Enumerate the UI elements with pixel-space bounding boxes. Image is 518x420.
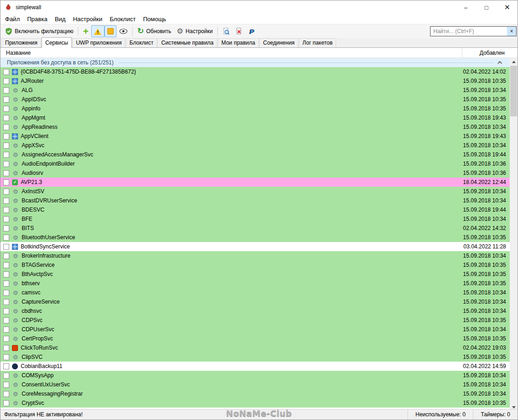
- menu-item[interactable]: Блоклист: [106, 15, 139, 23]
- show-icons-button[interactable]: [105, 25, 116, 37]
- table-row[interactable]: AudioEndpointBuilder15.09.2018 10:36: [0, 159, 511, 168]
- clear-log-button[interactable]: [233, 25, 245, 37]
- table-row[interactable]: Appinfo15.09.2018 10:35: [0, 104, 511, 113]
- row-checkbox[interactable]: [3, 336, 9, 342]
- table-row[interactable]: BcastDVRUserService15.09.2018 10:34: [0, 196, 511, 205]
- table-row[interactable]: AJRouter15.09.2018 10:35: [0, 76, 511, 86]
- row-checkbox[interactable]: [3, 262, 9, 268]
- row-checkbox[interactable]: [3, 244, 9, 250]
- tab[interactable]: UWP приложения: [72, 38, 125, 47]
- table-row[interactable]: CaptureService15.09.2018 10:34: [0, 297, 511, 306]
- tab[interactable]: Приложения: [1, 38, 41, 47]
- table-row[interactable]: CDPSvc15.09.2018 10:35: [0, 316, 511, 325]
- column-header-name[interactable]: Название: [0, 48, 462, 58]
- scroll-up-icon[interactable]: [510, 58, 518, 66]
- row-checkbox[interactable]: [3, 354, 9, 360]
- row-checkbox[interactable]: [3, 161, 9, 167]
- table-row[interactable]: AppMgmt15.09.2018 19:43: [0, 113, 511, 122]
- row-checkbox[interactable]: [3, 152, 9, 158]
- table-row[interactable]: BTAGService15.09.2018 10:35: [0, 260, 511, 270]
- row-checkbox[interactable]: [3, 299, 9, 305]
- table-row[interactable]: BluetoothUserService15.09.2018 10:35: [0, 233, 511, 242]
- close-button[interactable]: ✕: [497, 0, 518, 14]
- row-checkbox[interactable]: [3, 189, 9, 195]
- tab[interactable]: Мои правила: [218, 38, 259, 47]
- row-checkbox[interactable]: [3, 363, 9, 369]
- minimize-button[interactable]: –: [455, 0, 476, 14]
- search-close-icon[interactable]: ×: [507, 27, 516, 36]
- menu-item[interactable]: Помощь: [140, 15, 170, 23]
- row-checkbox[interactable]: [3, 281, 9, 287]
- row-checkbox[interactable]: [3, 133, 9, 139]
- search-input[interactable]: [431, 28, 507, 35]
- row-checkbox[interactable]: [3, 317, 9, 323]
- table-row[interactable]: BITS02.04.2022 14:32: [0, 224, 511, 233]
- scrollbar-thumb[interactable]: [510, 66, 517, 116]
- table-row[interactable]: ConsentUxUserSvc15.09.2018 10:34: [0, 380, 511, 389]
- table-row[interactable]: BthAvctpSvc15.09.2018 10:35: [0, 270, 511, 279]
- row-checkbox[interactable]: [3, 373, 9, 379]
- group-header[interactable]: Приложения без доступа в сеть (251/251): [0, 58, 511, 67]
- row-checkbox[interactable]: [3, 382, 9, 388]
- table-row[interactable]: ALG15.09.2018 10:34: [0, 86, 511, 95]
- row-checkbox[interactable]: [3, 327, 9, 333]
- settings-button[interactable]: ⚙ Настройки: [174, 25, 215, 37]
- enable-filtering-button[interactable]: Включить фильтрацию: [2, 25, 76, 37]
- table-row[interactable]: AppIDSvc15.09.2018 10:35: [0, 95, 511, 104]
- table-row[interactable]: AppReadiness15.09.2018 10:34: [0, 122, 511, 132]
- row-checkbox[interactable]: [3, 170, 9, 176]
- row-checkbox[interactable]: [3, 308, 9, 314]
- row-checkbox[interactable]: [3, 198, 9, 204]
- menu-item[interactable]: Правка: [23, 15, 51, 23]
- menu-item[interactable]: Настройки: [69, 15, 106, 23]
- refresh-button[interactable]: ↻ Обновить: [134, 25, 174, 37]
- table-row[interactable]: bthserv15.09.2018 10:35: [0, 279, 511, 288]
- table-row[interactable]: AssignedAccessManagerSvc15.09.2018 19:44: [0, 150, 511, 159]
- vertical-scrollbar[interactable]: [510, 58, 518, 411]
- table-row[interactable]: ClickToRunSvc02.04.2022 19:03: [0, 343, 511, 352]
- table-row[interactable]: AxInstSV15.09.2018 10:34: [0, 187, 511, 196]
- row-checkbox[interactable]: [3, 271, 9, 277]
- table-row[interactable]: CoreMessagingRegistrar15.09.2018 10:34: [0, 389, 511, 398]
- row-checkbox[interactable]: [3, 290, 9, 296]
- table-row[interactable]: COMSysApp15.09.2018 10:34: [0, 371, 511, 380]
- donate-button[interactable]: P: [245, 25, 257, 37]
- row-checkbox[interactable]: [3, 216, 9, 222]
- table-row[interactable]: AppVClient15.09.2018 19:43: [0, 132, 511, 141]
- table-row[interactable]: {0CBD4F48-3751-475D-BE88-4F271385B672}02…: [0, 67, 511, 76]
- column-header-added[interactable]: Добавлен: [462, 50, 518, 56]
- tab[interactable]: Блоклист: [126, 38, 157, 47]
- row-checkbox[interactable]: [3, 78, 9, 84]
- row-checkbox[interactable]: [3, 345, 9, 351]
- table-row[interactable]: AppXSvc15.09.2018 10:34: [0, 141, 511, 150]
- row-checkbox[interactable]: [3, 391, 9, 397]
- table-row[interactable]: ClipSVC15.09.2018 10:35: [0, 352, 511, 362]
- row-checkbox[interactable]: [3, 87, 9, 93]
- row-checkbox[interactable]: [3, 207, 9, 213]
- row-checkbox[interactable]: [3, 97, 9, 103]
- table-row[interactable]: camsvc15.09.2018 10:34: [0, 288, 511, 297]
- collapse-chevron-icon[interactable]: [498, 61, 502, 66]
- open-log-button[interactable]: [220, 25, 233, 37]
- table-row[interactable]: Audiosrv15.09.2018 10:36: [0, 168, 511, 178]
- tab[interactable]: Лог пакетов: [299, 38, 337, 47]
- row-checkbox[interactable]: [3, 400, 9, 406]
- row-checkbox[interactable]: [3, 235, 9, 241]
- row-checkbox[interactable]: [3, 124, 9, 130]
- tab[interactable]: Сервисы: [41, 37, 72, 48]
- table-row[interactable]: BFE15.09.2018 10:34: [0, 214, 511, 224]
- table-row[interactable]: CDPUserSvc15.09.2018 10:34: [0, 325, 511, 334]
- table-row[interactable]: BDESVC15.09.2018 19:44: [0, 205, 511, 214]
- menu-item[interactable]: Вид: [51, 15, 70, 23]
- table-row[interactable]: CobianBackup1102.04.2022 14:59: [0, 362, 511, 371]
- table-row[interactable]: BotkindSyncService03.04.2022 11:28: [0, 242, 511, 251]
- table-row[interactable]: CertPropSvc15.09.2018 10:35: [0, 334, 511, 343]
- row-checkbox[interactable]: [3, 69, 9, 75]
- tab[interactable]: Системные правила: [157, 38, 217, 47]
- add-rule-button[interactable]: +: [80, 25, 91, 37]
- row-checkbox[interactable]: [3, 143, 9, 149]
- table-row[interactable]: AVP21.318.04.2022 12:44: [0, 178, 511, 187]
- tab[interactable]: Соединения: [259, 38, 298, 47]
- row-checkbox[interactable]: [3, 106, 9, 112]
- show-hidden-button[interactable]: [116, 25, 130, 37]
